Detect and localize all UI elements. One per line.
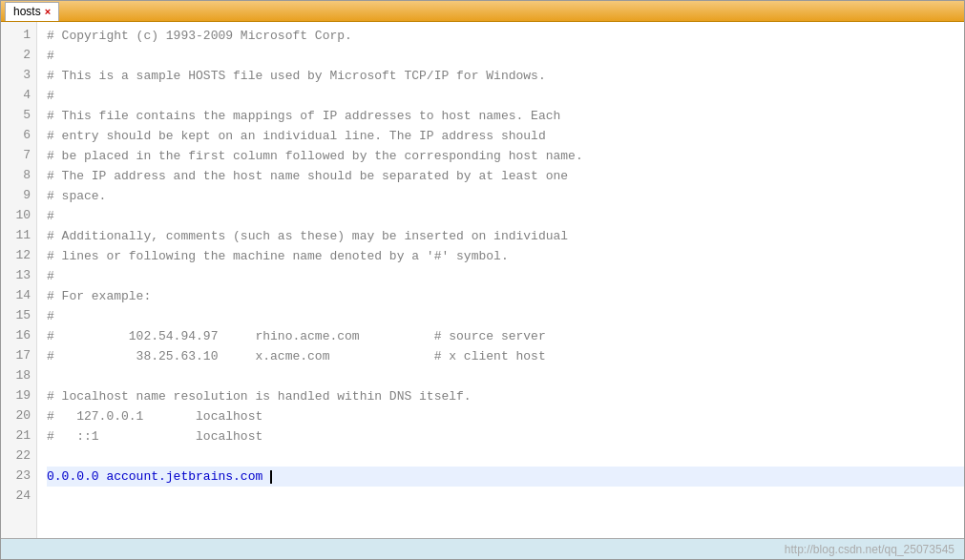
- line-number: 1: [1, 26, 36, 46]
- status-bar: http://blog.csdn.net/qq_25073545: [1, 538, 964, 559]
- code-line: # be placed in the first column followed…: [47, 146, 964, 166]
- line-number: 20: [1, 406, 36, 426]
- line-number: 24: [1, 487, 36, 507]
- code-line: #: [47, 306, 964, 326]
- tab-label: hosts: [13, 5, 41, 18]
- title-bar: hosts ×: [1, 1, 964, 22]
- line-number: 16: [1, 326, 36, 346]
- line-number: 3: [1, 66, 36, 86]
- code-line: 0.0.0.0 account.jetbrains.com: [47, 467, 964, 487]
- code-line: [47, 446, 964, 467]
- code-line: #: [47, 86, 964, 106]
- editor-area: 123456789101112131415161718192021222324 …: [1, 22, 964, 538]
- code-line: #: [47, 266, 964, 286]
- line-number: 12: [1, 246, 36, 266]
- code-line: #: [47, 46, 964, 66]
- code-line: # localhost name resolution is handled w…: [47, 386, 964, 406]
- code-line: # This is a sample HOSTS file used by Mi…: [47, 66, 964, 86]
- code-line: # Additionally, comments (such as these)…: [47, 226, 964, 246]
- tab-close-button[interactable]: ×: [45, 6, 51, 17]
- code-line: #: [47, 206, 964, 226]
- code-line: # 127.0.0.1 localhost: [47, 406, 964, 426]
- line-number: 11: [1, 226, 36, 246]
- watermark-text: http://blog.csdn.net/qq_25073545: [785, 543, 955, 556]
- line-number: 15: [1, 306, 36, 326]
- line-number: 13: [1, 266, 36, 286]
- code-line: # This file contains the mappings of IP …: [47, 106, 964, 126]
- line-number: 7: [1, 146, 36, 166]
- line-number: 4: [1, 86, 36, 106]
- line-number: 17: [1, 346, 36, 366]
- code-content[interactable]: # Copyright (c) 1993-2009 Microsoft Corp…: [37, 22, 964, 538]
- line-number: 9: [1, 186, 36, 206]
- code-line: # The IP address and the host name shoul…: [47, 166, 964, 186]
- editor-window: hosts × 12345678910111213141516171819202…: [0, 0, 965, 560]
- line-number: 8: [1, 166, 36, 186]
- code-line: [47, 366, 964, 386]
- line-number: 22: [1, 446, 36, 467]
- code-line: # Copyright (c) 1993-2009 Microsoft Corp…: [47, 26, 964, 46]
- code-line: # 38.25.63.10 x.acme.com # x client host: [47, 346, 964, 366]
- code-line: # entry should be kept on an individual …: [47, 126, 964, 146]
- line-number: 6: [1, 126, 36, 146]
- file-tab[interactable]: hosts ×: [5, 2, 59, 21]
- text-cursor: [270, 470, 272, 484]
- line-number: 10: [1, 206, 36, 226]
- line-number: 14: [1, 286, 36, 306]
- line-number: 21: [1, 426, 36, 446]
- code-line: # 102.54.94.97 rhino.acme.com # source s…: [47, 326, 964, 346]
- code-line: # For example:: [47, 286, 964, 306]
- code-line: # lines or following the machine name de…: [47, 246, 964, 266]
- line-number: 5: [1, 106, 36, 126]
- line-number: 19: [1, 386, 36, 406]
- code-line: [47, 487, 964, 507]
- line-number: 23: [1, 467, 36, 487]
- line-number: 18: [1, 366, 36, 386]
- line-numbers: 123456789101112131415161718192021222324: [1, 22, 37, 538]
- line-number: 2: [1, 46, 36, 66]
- code-line: # space.: [47, 186, 964, 206]
- code-line: # ::1 localhost: [47, 426, 964, 446]
